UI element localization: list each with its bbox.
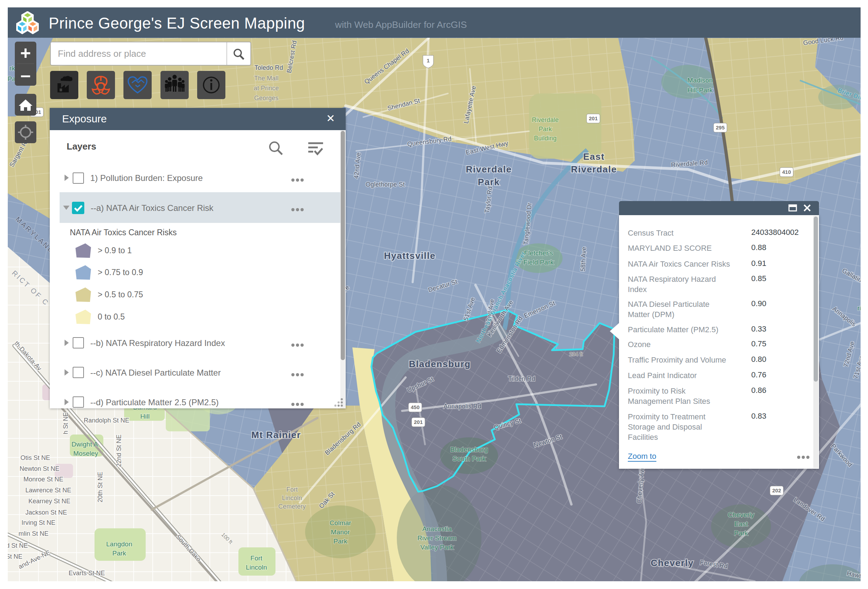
svg-text:450: 450 <box>410 404 419 410</box>
svg-text:Bladensburg: Bladensburg <box>450 446 488 453</box>
svg-text:1: 1 <box>427 58 430 63</box>
svg-text:River Stream: River Stream <box>418 534 457 542</box>
svg-text:Park: Park <box>112 549 126 557</box>
svg-text:Irving St NE: Irving St NE <box>22 519 55 526</box>
svg-text:Moseley: Moseley <box>73 450 98 457</box>
svg-text:Colmar: Colmar <box>329 519 351 527</box>
svg-text:Park: Park <box>478 177 500 187</box>
svg-text:Park: Park <box>539 125 552 133</box>
svg-text:Toledo Rd: Toledo Rd <box>254 64 283 71</box>
svg-text:Lawrence St NE: Lawrence St NE <box>25 487 71 494</box>
svg-text:Riverdale: Riverdale <box>466 164 512 174</box>
svg-text:Riverdale: Riverdale <box>532 117 559 124</box>
svg-text:201: 201 <box>414 419 422 425</box>
svg-text:Manor: Manor <box>331 528 350 536</box>
svg-text:Riverdale: Riverdale <box>571 164 617 174</box>
svg-text:Kentland: Kentland <box>816 580 843 581</box>
svg-text:Hyattsville: Hyattsville <box>384 250 436 261</box>
svg-text:Otis St NE: Otis St NE <box>21 454 50 461</box>
svg-text:Cemetery: Cemetery <box>278 503 306 510</box>
svg-text:201: 201 <box>589 115 598 121</box>
svg-text:Annapolis Rd: Annapolis Rd <box>443 403 481 410</box>
svg-text:Hill: Hill <box>140 413 149 420</box>
svg-text:58th Ave: 58th Ave <box>579 247 588 272</box>
svg-text:202: 202 <box>772 487 781 493</box>
svg-text:East: East <box>583 151 605 162</box>
svg-text:h St NE: h St NE <box>62 412 69 434</box>
svg-text:d St NE: d St NE <box>8 542 28 549</box>
svg-text:Randolph St NE: Randolph St NE <box>84 417 129 424</box>
svg-text:Kearney St NE: Kearney St NE <box>28 497 70 505</box>
svg-text:mlin St NE: mlin St NE <box>18 530 48 537</box>
svg-text:20th St NE: 20th St NE <box>97 472 104 502</box>
svg-text:Newton St NE: Newton St NE <box>19 465 59 472</box>
svg-text:Hill-Park: Hill-Park <box>688 86 713 94</box>
svg-text:Anacostia: Anacostia <box>422 525 452 533</box>
svg-text:Lincoln: Lincoln <box>282 495 302 502</box>
svg-text:Cheverly: Cheverly <box>728 511 754 518</box>
svg-text:Madison: Madison <box>688 77 713 84</box>
svg-text:Fletcher's: Fletcher's <box>524 249 553 257</box>
svg-text:Lincoln: Lincoln <box>246 564 267 571</box>
svg-text:234 ft: 234 ft <box>569 351 583 357</box>
svg-text:Oglethorpe St: Oglethorpe St <box>365 181 404 188</box>
svg-text:22nd St NE: 22nd St NE <box>115 434 123 467</box>
svg-text:Georges: Georges <box>254 94 278 102</box>
svg-text:Jackson St NE: Jackson St NE <box>25 509 67 516</box>
svg-text:Langdon: Langdon <box>106 540 132 548</box>
svg-text:Dwight A.: Dwight A. <box>72 440 100 448</box>
svg-text:St NE: St NE <box>8 553 22 560</box>
svg-text:Field Park: Field Park <box>523 258 554 266</box>
svg-text:ridge: ridge <box>858 304 861 312</box>
svg-text:Monroe St NE: Monroe St NE <box>23 476 63 483</box>
svg-text:Park: Park <box>333 537 347 545</box>
svg-text:at Prince: at Prince <box>254 85 279 92</box>
svg-text:Evarts St NE: Evarts St NE <box>68 570 105 577</box>
svg-text:Bladensburg: Bladensburg <box>409 359 471 369</box>
svg-text:Valley Park: Valley Park <box>421 543 454 551</box>
svg-text:Mt Rainier: Mt Rainier <box>251 430 301 440</box>
svg-text:295: 295 <box>716 124 725 130</box>
svg-text:Building: Building <box>534 135 557 142</box>
svg-text:East: East <box>734 520 748 528</box>
svg-text:Tilden Rd: Tilden Rd <box>508 375 535 382</box>
svg-text:Cheverly: Cheverly <box>651 558 694 568</box>
svg-text:rk: rk <box>9 65 15 72</box>
svg-text:South Park: South Park <box>453 455 486 462</box>
svg-text:The Mall: The Mall <box>254 75 278 82</box>
svg-text:Fort: Fort <box>286 486 298 493</box>
svg-text:Fort: Fort <box>250 554 263 562</box>
svg-text:410: 410 <box>782 169 791 175</box>
svg-text:Park: Park <box>734 529 748 537</box>
